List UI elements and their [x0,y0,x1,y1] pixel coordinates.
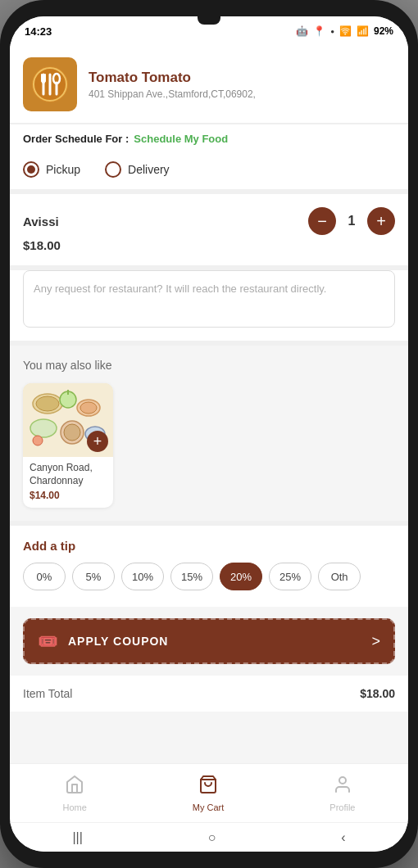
dot-icon: ● [330,28,334,35]
tip-btn-15[interactable]: 15% [170,563,213,590]
pickup-option[interactable]: Pickup [23,161,80,178]
svg-point-16 [64,424,80,441]
nav-label-profile: Profile [329,802,355,812]
restaurant-name: Tomato Tomato [89,70,256,86]
nav-label-home: Home [62,802,86,812]
coupon-label: APPLY COUPON [68,635,168,648]
svg-point-19 [33,436,43,445]
item-total-label: Item Total [23,687,72,700]
cart-icon [198,775,218,799]
quantity-value: 1 [344,214,359,228]
bottom-nav: Home My Cart [10,763,408,822]
order-schedule: Order Schedule For : Schedule My Food [10,124,408,153]
svg-point-21 [339,777,346,784]
main-scroll: Tomato Tomato 401 Shippan Ave.,Stamford,… [10,46,408,763]
also-like-section: You may also like [10,346,408,521]
coupon-icon: 🎟️ [38,631,58,651]
pickup-radio[interactable] [23,161,39,178]
item-total-value: $18.00 [360,687,395,700]
android-home-btn[interactable]: ○ [208,830,216,845]
tip-options: 0% 5% 10% 15% 20% 25% Oth [23,563,395,594]
battery-label: 92% [374,25,393,37]
nav-label-cart: My Cart [193,802,225,812]
tip-btn-20[interactable]: 20% [220,563,262,590]
home-icon [65,775,84,799]
restaurant-info: Tomato Tomato 401 Shippan Ave.,Stamford,… [89,70,256,100]
cart-item-name: Avissi [23,215,59,228]
delivery-label: Delivery [128,163,170,176]
coupon-arrow: > [371,633,380,650]
order-schedule-label: Order Schedule For : [23,133,129,145]
request-input[interactable]: Any request for restaurant? It will reac… [23,270,395,328]
product-add-button[interactable]: + [87,431,108,452]
android-icon: 🤖 [296,25,308,37]
restaurant-logo [23,57,77,111]
svg-point-14 [30,419,57,437]
nav-item-cart[interactable]: My Cart [179,770,238,817]
delivery-option[interactable]: Delivery [105,161,170,178]
product-price: $14.00 [30,490,107,501]
product-name: Canyon Road, Chardonnay [30,462,107,487]
svg-point-13 [80,402,97,414]
cart-item: Avissi − 1 + $18.00 [10,194,408,270]
tip-btn-other[interactable]: Oth [318,563,361,590]
android-nav: ||| ○ ‹ [10,822,408,852]
schedule-link[interactable]: Schedule My Food [134,133,228,145]
pickup-label: Pickup [46,163,80,176]
android-back-btn[interactable]: ‹ [341,830,345,845]
tip-btn-10[interactable]: 10% [121,563,164,590]
coupon-section[interactable]: 🎟️ APPLY COUPON > [23,618,395,664]
tip-btn-25[interactable]: 25% [269,563,311,590]
status-icons: 🤖 📍 ● 🛜 📶 92% [296,25,393,37]
restaurant-header: Tomato Tomato 401 Shippan Ave.,Stamford,… [10,46,408,124]
svg-point-10 [36,396,59,411]
item-total: Item Total $18.00 [10,676,408,712]
cart-item-price: $18.00 [23,238,395,252]
nav-item-profile[interactable]: Profile [316,770,368,817]
quantity-decrease-button[interactable]: − [308,207,336,235]
tip-title: Add a tip [23,539,395,553]
request-placeholder: Any request for restaurant? It will reac… [34,283,326,295]
signal-icon: 📶 [357,25,369,37]
quantity-control: − 1 + [308,207,395,235]
coupon-left: 🎟️ APPLY COUPON [38,631,168,651]
product-image: + [23,383,113,457]
restaurant-address: 401 Shippan Ave.,Stamford,CT,06902, [89,88,256,100]
profile-icon [333,775,352,799]
product-card: + Canyon Road, Chardonnay $14.00 [23,383,113,508]
tip-btn-0[interactable]: 0% [23,563,66,590]
delivery-radio[interactable] [105,161,121,178]
wifi-icon: 🛜 [339,25,352,37]
quantity-increase-button[interactable]: + [367,207,395,235]
tip-section: Add a tip 0% 5% 10% 15% 20% 25% Oth [10,521,408,607]
also-like-title: You may also like [23,359,395,372]
pickup-delivery: Pickup Delivery [10,153,408,194]
nav-item-home[interactable]: Home [49,770,99,817]
location-icon: 📍 [313,25,325,37]
tip-btn-5[interactable]: 5% [72,563,115,590]
android-menu-btn[interactable]: ||| [72,830,82,845]
product-info: Canyon Road, Chardonnay $14.00 [23,457,113,508]
restaurant-logo-icon [30,65,70,104]
special-request-section: Any request for restaurant? It will reac… [10,270,408,346]
status-time: 14:23 [25,25,52,38]
